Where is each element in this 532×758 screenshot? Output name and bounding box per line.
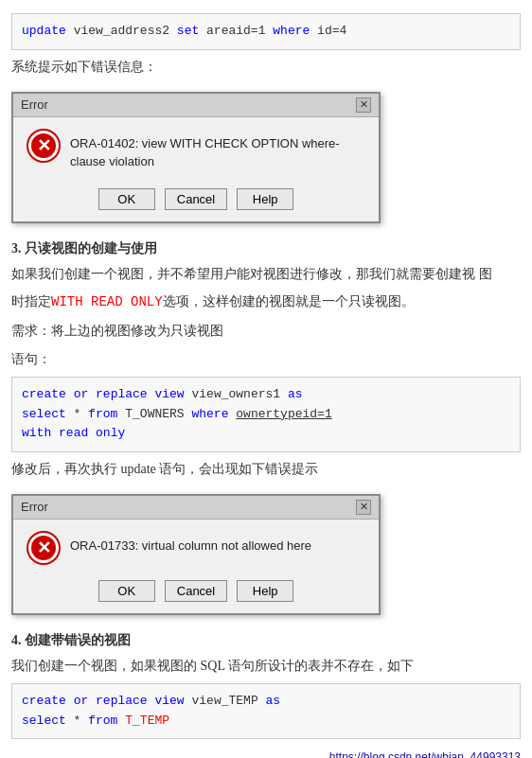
code-keyword-where: where (273, 24, 310, 38)
para2-part2: 选项，这样创建的视图就是一个只读视图。 (163, 294, 415, 308)
dialog2-message: ORA-01733: virtual column not allowed he… (70, 533, 311, 555)
dialog2-cancel-button[interactable]: Cancel (165, 580, 227, 602)
code2-line1: create or replace view view_owners1 as (22, 385, 510, 405)
dialog2-ok-button[interactable]: OK (98, 580, 155, 602)
para4-text: 修改后，再次执行 update 语句，会出现如下错误提示 (11, 462, 318, 476)
code-text3: id=4 (317, 24, 346, 38)
para2: 时指定WITH READ ONLY选项，这样创建的视图就是一个只读视图。 (11, 291, 521, 314)
dialog1-close-button[interactable]: ✕ (356, 97, 371, 113)
para1-text: 如果我们创建一个视图，并不希望用户能对视图进行修改，那我们就需要创建视 图 (11, 267, 492, 281)
code-block2: create or replace view view_owners1 as s… (11, 377, 521, 452)
dialog2-body: ✕ ORA-01733: virtual column not allowed … (13, 520, 379, 573)
page-container: update view_address2 set areaid=1 where … (0, 0, 532, 758)
dialog1-message: ORA-01402: view WITH CHECK OPTION where-… (70, 131, 364, 171)
dialog1-error-icon: ✕ (28, 131, 59, 161)
para1: 如果我们创建一个视图，并不希望用户能对视图进行修改，那我们就需要创建视 图 (11, 263, 521, 286)
code-keyword: update (22, 24, 66, 38)
dialog1-overlay: Error ✕ ✕ ORA-01402: view WITH CHECK OPT… (11, 92, 381, 223)
dialog2-close-button[interactable]: ✕ (356, 500, 371, 515)
code-text2: areaid=1 (206, 24, 273, 38)
dialog1-title: Error (21, 97, 48, 112)
dialog1-body: ✕ ORA-01402: view WITH CHECK OPTION wher… (13, 117, 379, 181)
para4: 修改后，再次执行 update 语句，会出现如下错误提示 (11, 458, 521, 481)
dialog1-ok-button[interactable]: OK (98, 188, 155, 210)
dialog1-titlebar: Error ✕ (13, 94, 379, 117)
section3-title: 3. 只读视图的创建与使用 (11, 240, 521, 257)
dialog2-overlay: Error ✕ ✕ ORA-01733: virtual column not … (11, 494, 381, 615)
code3-line2: select * from T_TEMP (22, 712, 510, 732)
code-keyword-set: set (177, 24, 199, 38)
system-error-label: 系统提示如下错误信息： (11, 56, 521, 79)
para5: 我们创建一个视图，如果视图的 SQL 语句所设计的表并不存在，如下 (11, 655, 521, 678)
dialog1-buttons: OK Cancel Help (13, 181, 379, 221)
dialog2-error-icon: ✕ (28, 533, 59, 563)
code3-line1: create or replace view view_TEMP as (22, 692, 510, 712)
dialog1-cancel-button[interactable]: Cancel (165, 188, 227, 210)
code2-line2: select * from T_OWNERS where ownertypeid… (22, 405, 510, 425)
sentence-label: 语句： (11, 348, 521, 371)
dialog1-help-button[interactable]: Help (237, 188, 293, 210)
para2-code: WITH READ ONLY (51, 294, 163, 309)
dialog2-title: Error (21, 500, 48, 514)
dialog2-help-button[interactable]: Help (237, 580, 293, 602)
dialog2-box: Error ✕ ✕ ORA-01733: virtual column not … (11, 494, 381, 615)
dialog1-box: Error ✕ ✕ ORA-01402: view WITH CHECK OPT… (11, 92, 381, 223)
top-code-block: update view_address2 set areaid=1 where … (11, 13, 521, 50)
dialog2-titlebar: Error ✕ (13, 496, 379, 520)
code-text: view_address2 (74, 24, 177, 38)
dialog2-buttons: OK Cancel Help (13, 573, 379, 613)
para3: 需求：将上边的视图修改为只读视图 (11, 320, 521, 343)
bottom-link[interactable]: https://blog.csdn.net/wbian_44993313 (11, 745, 521, 758)
section4-title: 4. 创建带错误的视图 (11, 632, 521, 649)
code2-line3: with read only (22, 424, 510, 444)
code-block3: create or replace view view_TEMP as sele… (11, 683, 521, 740)
para2-part1: 时指定 (11, 294, 51, 308)
